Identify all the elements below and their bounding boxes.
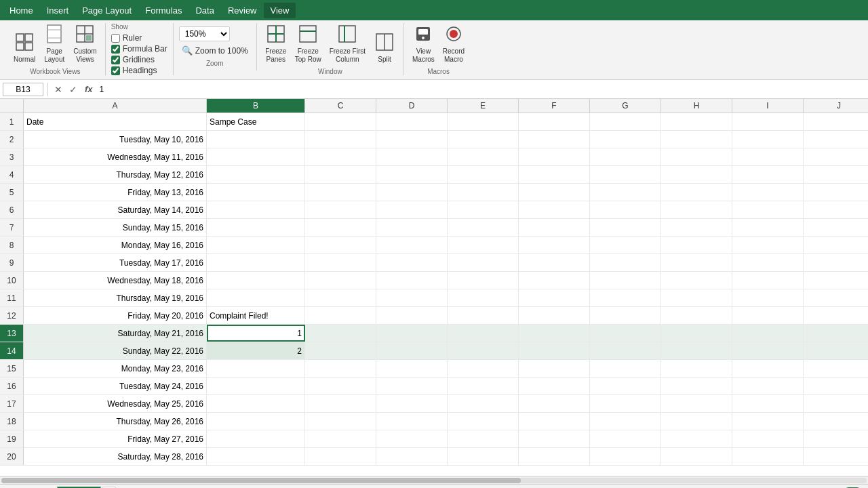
freeze-top-row-button[interactable]: FreezeTop Row <box>292 23 324 65</box>
cell-f6[interactable] <box>519 201 590 218</box>
cell-g14[interactable] <box>590 342 661 359</box>
row-number[interactable]: 9 <box>0 254 24 271</box>
table-row[interactable]: 7 Sunday, May 15, 2016 <box>0 219 868 237</box>
cell-g11[interactable] <box>590 289 661 306</box>
table-row[interactable]: 6 Saturday, May 14, 2016 <box>0 201 868 219</box>
cell-j6[interactable] <box>804 201 868 218</box>
cell-j14[interactable] <box>804 342 868 359</box>
cell-c9[interactable] <box>305 254 376 271</box>
cell-i12[interactable] <box>732 307 804 324</box>
headings-checkbox[interactable] <box>111 66 120 75</box>
cell-b7[interactable] <box>207 219 305 236</box>
cell-b13[interactable]: 1 <box>207 325 305 342</box>
cell-b11[interactable] <box>207 289 305 306</box>
cell-d11[interactable] <box>376 289 448 306</box>
col-header-E[interactable]: E <box>448 99 519 113</box>
cell-g15[interactable] <box>590 360 661 377</box>
cell-g16[interactable] <box>590 378 661 394</box>
col-header-D[interactable]: D <box>376 99 448 113</box>
row-number[interactable]: 19 <box>0 430 24 447</box>
col-header-H[interactable]: H <box>661 99 732 113</box>
cell-g12[interactable] <box>590 307 661 324</box>
cell-d19[interactable] <box>376 430 448 447</box>
cell-a17[interactable]: Wednesday, May 25, 2016 <box>24 395 207 412</box>
cell-b19[interactable] <box>207 430 305 447</box>
cell-f16[interactable] <box>519 378 590 394</box>
zoom-to-100-button[interactable]: 🔍 Zoom to 100% <box>179 44 251 57</box>
cell-i15[interactable] <box>732 360 804 377</box>
cell-c14[interactable] <box>305 342 376 359</box>
cell-e16[interactable] <box>448 378 519 394</box>
cell-g6[interactable] <box>590 201 661 218</box>
cell-c3[interactable] <box>305 148 376 165</box>
cell-b8[interactable] <box>207 237 305 253</box>
cell-h1[interactable] <box>661 113 732 130</box>
cell-b17[interactable] <box>207 395 305 412</box>
cell-f18[interactable] <box>519 413 590 430</box>
cell-c13[interactable] <box>305 325 376 342</box>
table-row[interactable]: 4 Thursday, May 12, 2016 <box>0 166 868 184</box>
cell-i17[interactable] <box>732 395 804 412</box>
cell-g2[interactable] <box>590 131 661 148</box>
cell-c2[interactable] <box>305 131 376 148</box>
cell-reference-box[interactable] <box>3 83 43 96</box>
cell-a11[interactable]: Thursday, May 19, 2016 <box>24 289 207 306</box>
cell-f15[interactable] <box>519 360 590 377</box>
cell-j11[interactable] <box>804 289 868 306</box>
row-number[interactable]: 1 <box>0 113 24 130</box>
cell-j5[interactable] <box>804 184 868 201</box>
col-header-F[interactable]: F <box>519 99 590 113</box>
table-row[interactable]: 15 Monday, May 23, 2016 <box>0 360 868 378</box>
custom-views-button[interactable]: CustomViews <box>71 23 99 65</box>
cell-b5[interactable] <box>207 184 305 201</box>
cell-d2[interactable] <box>376 131 448 148</box>
cell-h2[interactable] <box>661 131 732 148</box>
cell-e8[interactable] <box>448 237 519 253</box>
col-header-J[interactable]: J <box>804 99 868 113</box>
cell-f3[interactable] <box>519 148 590 165</box>
cell-h6[interactable] <box>661 201 732 218</box>
cell-i5[interactable] <box>732 184 804 201</box>
cell-e5[interactable] <box>448 184 519 201</box>
menu-review[interactable]: Review <box>221 3 264 18</box>
cell-g18[interactable] <box>590 413 661 430</box>
cell-h9[interactable] <box>661 254 732 271</box>
cell-e18[interactable] <box>448 413 519 430</box>
col-header-B[interactable]: B <box>207 99 305 113</box>
cell-g8[interactable] <box>590 237 661 253</box>
cell-f10[interactable] <box>519 272 590 289</box>
row-number[interactable]: 14 <box>0 342 24 359</box>
cell-g9[interactable] <box>590 254 661 271</box>
col-header-C[interactable]: C <box>305 99 376 113</box>
cell-i8[interactable] <box>732 237 804 253</box>
cell-f19[interactable] <box>519 430 590 447</box>
table-row[interactable]: 16 Tuesday, May 24, 2016 <box>0 378 868 395</box>
cell-g5[interactable] <box>590 184 661 201</box>
formula-confirm-button[interactable]: ✓ <box>67 84 79 95</box>
cell-d17[interactable] <box>376 395 448 412</box>
cell-e1[interactable] <box>448 113 519 130</box>
cell-e11[interactable] <box>448 289 519 306</box>
cell-i20[interactable] <box>732 448 804 465</box>
row-number[interactable]: 20 <box>0 448 24 465</box>
cell-h8[interactable] <box>661 237 732 253</box>
rows-container[interactable]: 1 Date Sampe Case 2 Tuesday, May 10, 201… <box>0 113 868 476</box>
cell-i4[interactable] <box>732 166 804 183</box>
row-number[interactable]: 6 <box>0 201 24 218</box>
cell-h15[interactable] <box>661 360 732 377</box>
cell-h11[interactable] <box>661 289 732 306</box>
cell-g10[interactable] <box>590 272 661 289</box>
row-number[interactable]: 4 <box>0 166 24 183</box>
cell-c7[interactable] <box>305 219 376 236</box>
cell-a8[interactable]: Monday, May 16, 2016 <box>24 237 207 253</box>
cell-d8[interactable] <box>376 237 448 253</box>
cell-f2[interactable] <box>519 131 590 148</box>
cell-d14[interactable] <box>376 342 448 359</box>
cell-c15[interactable] <box>305 360 376 377</box>
cell-d3[interactable] <box>376 148 448 165</box>
cell-e3[interactable] <box>448 148 519 165</box>
cell-f9[interactable] <box>519 254 590 271</box>
cell-h10[interactable] <box>661 272 732 289</box>
table-row[interactable]: 1 Date Sampe Case <box>0 113 868 131</box>
menu-page-layout[interactable]: Page Layout <box>75 3 138 18</box>
